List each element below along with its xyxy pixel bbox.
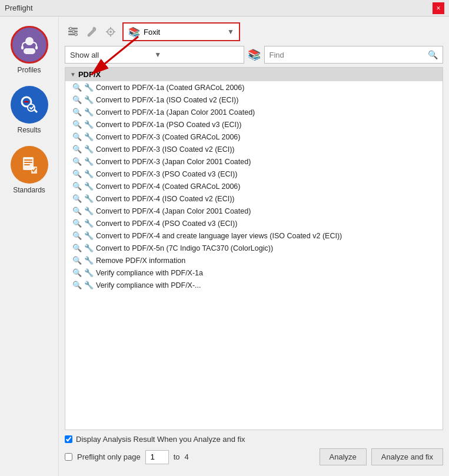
row-icon-right: 🔧 — [84, 231, 94, 240]
find-input[interactable] — [270, 51, 426, 59]
row-icon-right: 🔧 — [84, 268, 94, 277]
show-all-dropdown[interactable]: Show all ▼ — [65, 46, 244, 64]
show-all-chevron-icon: ▼ — [154, 51, 238, 59]
list-item[interactable]: 🔍 🔧 Convert to PDF/X-4 and create langua… — [65, 229, 443, 242]
sidebar-item-results[interactable]: Results — [3, 82, 56, 138]
svg-point-19 — [72, 31, 75, 33]
list-item[interactable]: 🔍 🔧 Convert to PDF/X-4 (Coated GRACoL 20… — [65, 180, 443, 192]
svg-rect-13 — [24, 164, 30, 165]
foxit-select[interactable]: Foxit — [144, 28, 224, 36]
group-chevron-icon: ▼ — [70, 71, 76, 78]
row-icon-left: 🔍 — [72, 95, 82, 104]
row-icon-right: 🔧 — [84, 244, 94, 252]
list-item[interactable]: 🔍 🔧 Convert to PDF/X-1a (Coated GRACoL 2… — [65, 81, 443, 94]
row-icon-right: 🔧 — [84, 256, 94, 265]
row-icon-left: 🔍 — [72, 145, 82, 154]
list-item[interactable]: 🔍 🔧 Convert to PDF/X-4 (ISO Coated v2 (E… — [65, 192, 443, 205]
svg-point-20 — [75, 34, 77, 36]
row-icon-right: 🔧 — [84, 281, 94, 289]
list-item[interactable]: 🔍 🔧 Convert to PDF/X-3 (Japan Color 2001… — [65, 155, 443, 168]
row-icon-left: 🔍 — [72, 182, 82, 191]
toolbar: 📚 Foxit ▼ — [65, 22, 443, 41]
row-icon-left: 🔍 — [72, 268, 82, 277]
list-item-label: Convert to PDF/X-5n (7C Indigo TAC370 (C… — [96, 244, 273, 252]
profiles-icon-circle — [11, 26, 48, 64]
action-buttons: Analyze Analyze and fix — [320, 448, 443, 465]
row-icon-right: 🔧 — [84, 120, 94, 129]
list-item[interactable]: 🔍 🔧 Convert to PDF/X-5n (7C Indigo TAC37… — [65, 242, 443, 254]
page-to-value: 4 — [185, 452, 189, 461]
to-label: to — [174, 452, 180, 461]
row-icon-left: 🔍 — [72, 194, 82, 203]
list-item[interactable]: 🔍 🔧 Convert to PDF/X-4 (PSO Coated v3 (E… — [65, 217, 443, 229]
row-icon-right: 🔧 — [84, 83, 94, 92]
main-container: Profiles Results — [0, 16, 449, 476]
svg-rect-11 — [24, 159, 32, 161]
list-item-label: Convert to PDF/X-4 (ISO Coated v2 (ECI)) — [96, 195, 235, 203]
display-analysis-row: Display Analysis Result When you Analyze… — [65, 435, 443, 444]
row-icon-right: 🔧 — [84, 207, 94, 215]
page-from-input[interactable] — [145, 450, 169, 464]
list-item-label: Convert to PDF/X-1a (Japan Color 2001 Co… — [96, 108, 255, 116]
analyze-and-fix-button[interactable]: Analyze and fix — [371, 448, 443, 465]
svg-point-2 — [25, 37, 34, 45]
sidebar-results-label: Results — [17, 126, 41, 134]
row-icon-left: 🔍 — [72, 207, 82, 215]
row-icon-right: 🔧 — [84, 182, 94, 191]
sidebar-item-profiles[interactable]: Profiles — [3, 22, 56, 78]
preflight-row: Preflight only page to 4 Analyze Analyze… — [65, 448, 443, 465]
close-button[interactable]: × — [433, 2, 444, 14]
search-icon: 🔍 — [428, 50, 438, 59]
list-item-label: Remove PDF/X information — [96, 257, 185, 265]
list-item-label: Convert to PDF/X-1a (ISO Coated v2 (ECI)… — [96, 96, 238, 104]
list-item[interactable]: 🔍 🔧 Remove PDF/X information — [65, 254, 443, 267]
group-header-pdfx[interactable]: ▼ PDF/X — [65, 68, 443, 81]
row-icon-right: 🔧 — [84, 194, 94, 203]
list-item-label: Convert to PDF/X-1a (Coated GRACoL 2006) — [96, 84, 244, 92]
standards-icon-circle — [11, 146, 48, 184]
preflight-only-checkbox[interactable] — [65, 453, 72, 461]
wrench-icon-button[interactable] — [84, 24, 100, 40]
display-analysis-checkbox[interactable] — [65, 435, 72, 443]
row-icon-right: 🔧 — [84, 95, 94, 104]
svg-rect-4 — [21, 46, 24, 49]
results-icon-circle — [11, 86, 48, 124]
sidebar: Profiles Results — [0, 16, 59, 476]
sidebar-profiles-label: Profiles — [17, 66, 41, 74]
list-item[interactable]: 🔍 🔧 Verify compliance with PDF/X-1a — [65, 267, 443, 279]
list-item-label: Verify compliance with PDF/X-... — [96, 281, 201, 289]
profiles-svg-icon — [18, 33, 41, 56]
sidebar-item-standards[interactable]: Standards — [3, 142, 56, 198]
preflight-only-label: Preflight only page — [77, 452, 141, 461]
list-item[interactable]: 🔍 🔧 Convert to PDF/X-1a (ISO Coated v2 (… — [65, 94, 443, 106]
content-area: 📚 Foxit ▼ Show all ▼ 📚 🔍 ▼ PDF/X — [59, 16, 449, 476]
gear-wrench-icon-button[interactable] — [102, 24, 119, 40]
list-item[interactable]: 🔍 🔧 Convert to PDF/X-1a (PSO Coated v3 (… — [65, 118, 443, 131]
standards-svg-icon — [18, 154, 41, 176]
svg-point-9 — [28, 104, 35, 111]
svg-rect-12 — [24, 162, 32, 163]
results-svg-icon — [18, 94, 41, 116]
list-item[interactable]: 🔍 🔧 Convert to PDF/X-3 (ISO Coated v2 (E… — [65, 143, 443, 155]
list-item[interactable]: 🔍 🔧 Convert to PDF/X-3 (Coated GRACoL 20… — [65, 131, 443, 143]
group-header-label: PDF/X — [78, 70, 101, 79]
gear-wrench-icon — [104, 25, 117, 38]
list-item-label: Convert to PDF/X-3 (Japan Color 2001 Coa… — [96, 158, 251, 166]
list-item[interactable]: 🔍 🔧 Verify compliance with PDF/X-... — [65, 279, 443, 291]
list-item-label: Convert to PDF/X-4 (Japan Color 2001 Coa… — [96, 207, 251, 215]
list-item[interactable]: 🔍 🔧 Convert to PDF/X-1a (Japan Color 200… — [65, 106, 443, 118]
window-title: Preflight — [5, 4, 33, 12]
filter-book-icon: 📚 — [248, 48, 261, 61]
svg-point-22 — [109, 31, 112, 33]
list-item[interactable]: 🔍 🔧 Convert to PDF/X-4 (Japan Color 2001… — [65, 205, 443, 217]
row-icon-right: 🔧 — [84, 145, 94, 154]
list-item-label: Convert to PDF/X-4 (Coated GRACoL 2006) — [96, 182, 240, 191]
row-icon-left: 🔍 — [72, 281, 82, 289]
list-item[interactable]: 🔍 🔧 Convert to PDF/X-3 (PSO Coated v3 (E… — [65, 168, 443, 180]
list-item-label: Verify compliance with PDF/X-1a — [96, 269, 203, 277]
settings-icon-button[interactable] — [65, 24, 81, 40]
row-icon-left: 🔍 — [72, 244, 82, 252]
profiles-list[interactable]: ▼ PDF/X 🔍 🔧 Convert to PDF/X-1a (Coated … — [65, 67, 443, 430]
analyze-button[interactable]: Analyze — [320, 448, 367, 465]
foxit-profile-dropdown[interactable]: 📚 Foxit ▼ — [122, 22, 240, 41]
